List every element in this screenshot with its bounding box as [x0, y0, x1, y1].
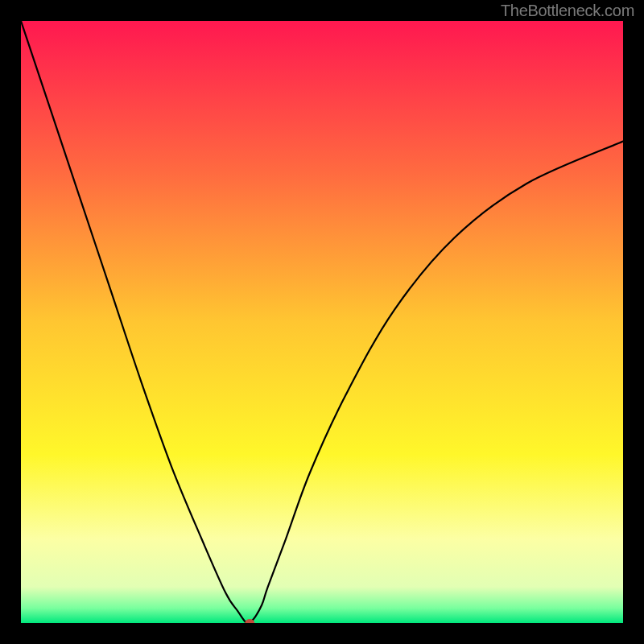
chart-container — [21, 21, 623, 623]
bottleneck-chart — [21, 21, 623, 623]
gradient-background — [21, 21, 623, 623]
watermark-text: TheBottleneck.com — [501, 2, 634, 20]
